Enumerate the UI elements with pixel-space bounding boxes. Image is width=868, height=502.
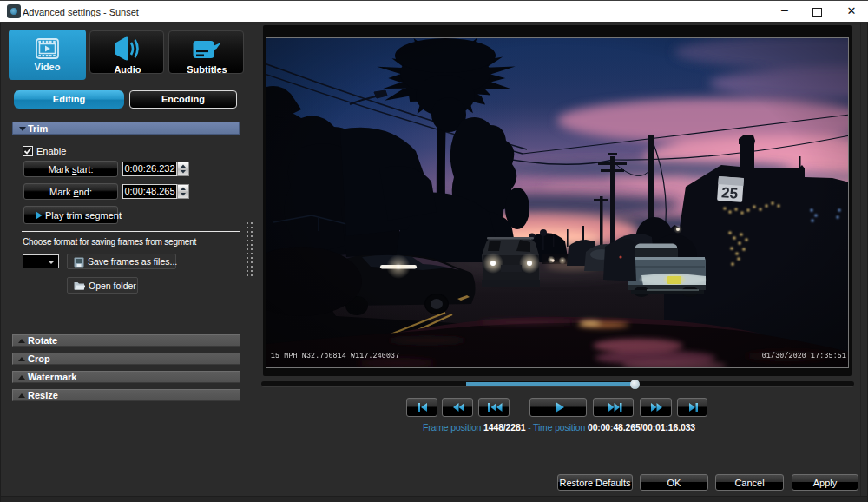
svg-text:15 MPH N32.7b0814 W117.240037: 15 MPH N32.7b0814 W117.240037: [271, 352, 399, 360]
svg-text:01/30/2020 17:35:51: 01/30/2020 17:35:51: [762, 352, 846, 360]
